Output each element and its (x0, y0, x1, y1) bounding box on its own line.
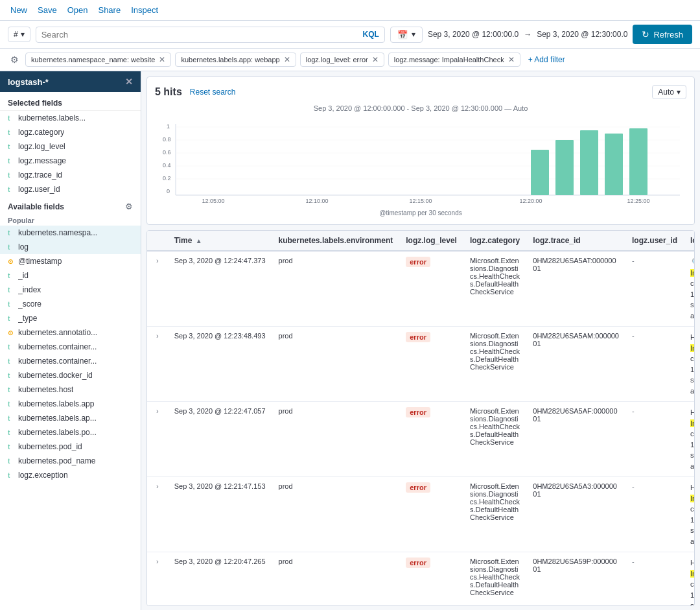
sidebar-available-field[interactable]: tkubernetes.pod_id (0, 440, 141, 454)
sidebar-available-field[interactable]: t_id (0, 268, 141, 283)
th-user-id[interactable]: logz.user_id (625, 231, 684, 251)
nav-open[interactable]: Open (67, 5, 88, 15)
field-type-icon: t (8, 272, 14, 279)
index-pattern-selector[interactable]: logstash-* ✕ (0, 71, 141, 92)
expand-row-icon[interactable]: › (154, 557, 161, 565)
field-name-label: log (18, 242, 29, 252)
th-category[interactable]: logz.category (463, 231, 526, 251)
sidebar-available-field[interactable]: t_score (0, 297, 141, 311)
th-env[interactable]: kubernetes.labels.environment (272, 231, 400, 251)
sidebar-available-field[interactable]: ⊙kubernetes.annotatio... (0, 325, 141, 340)
sidebar-available-field[interactable]: t_index (0, 283, 141, 297)
filter-text: kubernetes.labels.app: webapp (181, 56, 279, 64)
field-name-label: logz.category (18, 128, 64, 137)
sidebar-selected-field[interactable]: tlogz.user_id (0, 182, 141, 196)
filter-remove-icon[interactable]: ✕ (284, 55, 290, 64)
field-type-icon: t (8, 415, 14, 422)
sidebar-available-field[interactable]: tlog (0, 240, 141, 254)
field-name-label: _score (18, 299, 41, 309)
auto-selector[interactable]: Auto ▾ (652, 85, 686, 99)
field-type-icon: t (8, 401, 14, 408)
svg-rect-14 (555, 140, 574, 195)
sidebar-selected-field[interactable]: tlogz.trace_id (0, 168, 141, 182)
th-log-level[interactable]: logz.log_level (399, 231, 463, 251)
search-type-selector[interactable]: # ▾ (8, 27, 30, 42)
nav-inspect[interactable]: Inspect (131, 5, 158, 15)
filter-tag-namespace[interactable]: kubernetes.namespace_name: website ✕ (25, 53, 171, 67)
field-name-label: kubernetes.container... (18, 357, 97, 366)
message-cell: Health check ImpalaHealthCheck completed… (684, 477, 695, 552)
refresh-button[interactable]: ↻ Refresh (633, 25, 692, 44)
field-type-icon: t (8, 443, 14, 451)
expand-row-icon[interactable]: › (154, 332, 161, 340)
field-name-label: kubernetes.labels... (18, 113, 86, 123)
sidebar-available-field[interactable]: tkubernetes.host (0, 382, 141, 397)
th-trace-id[interactable]: logz.trace_id (526, 231, 625, 251)
sidebar-available-field[interactable]: tkubernetes.docker_id (0, 368, 141, 382)
filter-tag-log-level[interactable]: logz.log_level: error ✕ (300, 53, 384, 67)
svg-text:0.6: 0.6 (163, 149, 171, 156)
search-input-wrapper: KQL (36, 27, 385, 43)
th-time[interactable]: Time ▲ (168, 231, 272, 251)
time-cell: Sep 3, 2020 @ 12:22:47.057 (168, 402, 272, 477)
field-type-icon: t (8, 186, 14, 193)
table-row: › Sep 3, 2020 @ 12:24:47.373 prod error … (147, 251, 695, 327)
kql-badge[interactable]: KQL (363, 30, 379, 39)
sidebar-selected-field[interactable]: tlogz.message (0, 154, 141, 168)
date-range-picker[interactable]: 📅 ▾ (390, 27, 423, 43)
env-cell: prod (272, 327, 400, 402)
nav-new[interactable]: New (10, 5, 27, 15)
chevron-down-icon: ▾ (21, 30, 25, 39)
sidebar-available-field[interactable]: tkubernetes.container... (0, 340, 141, 354)
message-cell: 🔍🔍Health check ImpalaHealthCheck complet… (684, 251, 695, 327)
sidebar-selected-field[interactable]: tlogz.log_level (0, 139, 141, 154)
filter-text: logz.log_level: error (306, 56, 368, 64)
top-navigation: New Save Open Share Inspect (0, 0, 700, 21)
add-filter-button[interactable]: + Add filter (524, 53, 569, 66)
nav-save[interactable]: Save (38, 5, 57, 15)
trace-id-cell: 0HM282U6SA5A3:000000 01 (526, 477, 625, 552)
field-type-icon: t (8, 315, 14, 322)
date-start: Sep 3, 2020 @ 12:00:00.0 (428, 30, 519, 39)
sidebar-available-field[interactable]: tkubernetes.labels.app (0, 397, 141, 411)
search-input[interactable] (41, 30, 358, 40)
reset-search-button[interactable]: Reset search (190, 88, 236, 97)
filter-tag-message[interactable]: logz.message: ImpalaHealthCheck ✕ (388, 53, 520, 67)
sidebar-selected-field[interactable]: tkubernetes.labels... (0, 111, 141, 125)
sidebar-available-field[interactable]: tkubernetes.container... (0, 354, 141, 368)
highlight: ImpalaHealthCheck (690, 269, 695, 277)
sidebar-available-field[interactable]: tkubernetes.labels.po... (0, 425, 141, 440)
field-type-icon: t (8, 172, 14, 179)
field-name-label: logz.log_level (18, 142, 65, 151)
sidebar-available-field[interactable]: tkubernetes.namespa... (0, 226, 141, 240)
gear-icon[interactable]: ⚙ (125, 202, 133, 211)
field-name-label: _id (18, 271, 29, 280)
field-type-icon: t (8, 229, 14, 237)
filter-remove-icon[interactable]: ✕ (159, 55, 165, 64)
expand-row-icon[interactable]: › (154, 407, 161, 415)
sidebar-available-field[interactable]: ⊙@timestamp (0, 254, 141, 268)
sidebar-selected-field[interactable]: tlogz.category (0, 125, 141, 139)
filter-tag-labels-app[interactable]: kubernetes.labels.app: webapp ✕ (175, 53, 296, 67)
sidebar-available-field[interactable]: tkubernetes.labels.ap... (0, 411, 141, 425)
nav-share[interactable]: Share (98, 5, 121, 15)
sidebar-available-field[interactable]: tkubernetes.pod_name (0, 454, 141, 468)
category-cell: Microsoft.Extensions.Diagnostics.HealthC… (463, 402, 526, 477)
field-name-label: kubernetes.host (18, 385, 73, 394)
date-end: Sep 3, 2020 @ 12:30:00.0 (537, 30, 627, 39)
sidebar-available-field[interactable]: tlogz.exception (0, 468, 141, 482)
filter-settings-icon[interactable]: ⚙ (8, 53, 21, 66)
highlight: ImpalaHealthCheck (690, 419, 695, 427)
expand-row-icon[interactable]: › (154, 257, 161, 264)
sidebar-available-field[interactable]: t_type (0, 311, 141, 325)
row-expand-cell: › (147, 402, 168, 477)
filter-remove-icon[interactable]: ✕ (508, 55, 515, 64)
expand-row-icon[interactable]: › (154, 482, 161, 490)
chart-date-range: Sep 3, 2020 @ 12:00:00.000 - Sep 3, 2020… (155, 104, 686, 112)
field-name-label: kubernetes.namespa... (18, 228, 97, 237)
zoom-in-icon[interactable]: 🔍 (692, 257, 695, 268)
filter-remove-icon[interactable]: ✕ (372, 55, 379, 64)
field-name-label: @timestamp (18, 257, 62, 266)
th-message[interactable]: logz.message (684, 231, 695, 251)
index-pattern-close-icon[interactable]: ✕ (125, 76, 133, 87)
